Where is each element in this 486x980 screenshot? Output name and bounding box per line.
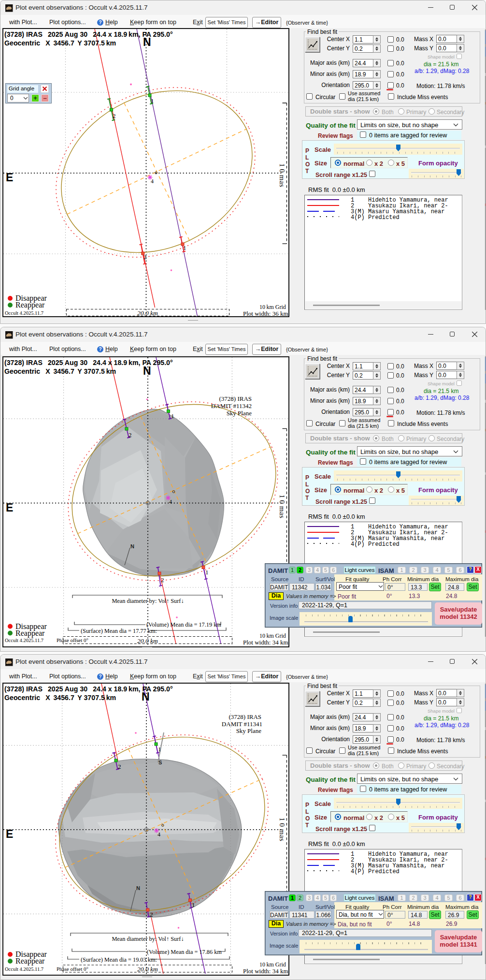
svg-text:(3728) IRAS 2025 Aug 30 24.4: (3728) IRAS 2025 Aug 30 24.4 x 18.9 km, …: [4, 685, 173, 693]
svg-text:4: 4: [157, 831, 160, 838]
svg-text:2: 2: [118, 763, 121, 770]
svg-text:Sky Plane: Sky Plane: [227, 410, 252, 417]
svg-text:20.0 km: 20.0 km: [137, 637, 158, 644]
svg-text:S: S: [158, 760, 162, 765]
svg-text:(Surface) Mean dia = 17.77 km:: (Surface) Mean dia = 17.77 km:: [81, 628, 157, 634]
svg-text:Plot width: 36 km: Plot width: 36 km: [243, 310, 288, 317]
svg-text:Occult 4.2025.11.7: Occult 4.2025.11.7: [5, 966, 43, 972]
svg-text:1: 1: [158, 746, 161, 753]
svg-text:Plot width: 34 km: Plot width: 34 km: [243, 967, 288, 975]
svg-text:1 0 mas: 1 0 mas: [278, 163, 286, 187]
svg-text:Geocentric X 3456.7 Y 3707.: Geocentric X 3456.7 Y 3707.5 km: [4, 39, 116, 47]
svg-text:20.0 km: 20.0 km: [137, 309, 158, 317]
svg-text:Sky Plane: Sky Plane: [236, 727, 262, 734]
svg-text:1 0 mas: 1 0 mas: [278, 495, 286, 518]
svg-text:Reappear: Reappear: [15, 301, 45, 309]
svg-text:(Surface) Mean dia = 19.03 km:: (Surface) Mean dia = 19.03 km:: [81, 956, 157, 963]
svg-text:1: 1: [171, 412, 174, 420]
svg-text:(3728) IRAS: (3728) IRAS: [229, 713, 261, 720]
svg-text:DAMIT #11341: DAMIT #11341: [222, 720, 262, 728]
svg-text:1: 1: [192, 901, 195, 908]
svg-text:(3728) IRAS 2025 Aug 30 24.4: (3728) IRAS 2025 Aug 30 24.4 x 18.9 km, …: [4, 359, 173, 366]
svg-text:2: 2: [129, 431, 132, 439]
svg-text:4: 4: [169, 498, 172, 505]
svg-text:10 km Grid: 10 km Grid: [259, 632, 286, 639]
svg-text:4(P) Predicted: 4(P) Predicted: [351, 868, 400, 875]
svg-text:Geocentric X 3456.7 Y 3707.: Geocentric X 3456.7 Y 3707.5 km: [4, 367, 116, 375]
svg-text:Mean diameter by: Vol↑ Surf↓: Mean diameter by: Vol↑ Surf↓: [112, 936, 184, 942]
svg-text:1: 1: [205, 569, 209, 576]
svg-text:DAMIT #11342: DAMIT #11342: [211, 402, 252, 410]
svg-text:(Volume) Mean dia = 17.19 km: (Volume) Mean dia = 17.19 km: [146, 621, 221, 628]
svg-text:1: 1: [151, 97, 154, 104]
svg-text:Phase offset 0°: Phase offset 0°: [57, 966, 88, 972]
svg-text:Occult 4.2025.11.7: Occult 4.2025.11.7: [5, 310, 43, 316]
svg-text:Phase offset 0°: Phase offset 0°: [57, 637, 88, 643]
svg-text:(Volume) Mean dia = 17.86 km: (Volume) Mean dia = 17.86 km: [147, 949, 222, 955]
svg-text:2: 2: [143, 253, 147, 261]
svg-text:1: 1: [183, 244, 186, 251]
svg-text:2: 2: [113, 112, 116, 119]
svg-text:10 km Grid: 10 km Grid: [259, 961, 286, 968]
svg-text:Mean diameter by: Vol↑ Surf↓: Mean diameter by: Vol↑ Surf↓: [112, 598, 184, 604]
svg-text:N: N: [136, 885, 140, 891]
svg-text:4(P) Predicted: 4(P) Predicted: [351, 214, 400, 221]
svg-text:E: E: [6, 828, 13, 840]
svg-text:N: N: [130, 543, 134, 549]
svg-text:20.0 km: 20.0 km: [137, 965, 158, 973]
svg-text:(3728) IRAS: (3728) IRAS: [219, 395, 252, 402]
svg-text:4: 4: [151, 178, 154, 185]
svg-text:1 0 mas: 1 0 mas: [278, 818, 286, 841]
svg-text:Plot width: 34 km: Plot width: 34 km: [243, 639, 288, 646]
svg-text:Reappear: Reappear: [15, 957, 45, 965]
svg-text:2: 2: [150, 911, 153, 918]
svg-text:Reappear: Reappear: [15, 629, 45, 638]
svg-text:Occult 4.2025.11.7: Occult 4.2025.11.7: [5, 638, 43, 643]
svg-text:(3728) IRAS 2025 Aug 30 24.4: (3728) IRAS 2025 Aug 30 24.4 x 18.9 km, …: [4, 30, 173, 38]
svg-text:E: E: [6, 501, 13, 514]
svg-text:E: E: [6, 171, 13, 184]
svg-text:2: 2: [161, 576, 164, 584]
svg-text:Geocentric X 3456.7 Y 3707.: Geocentric X 3456.7 Y 3707.5 km: [4, 694, 116, 702]
svg-text:4(P) Predicted: 4(P) Predicted: [351, 541, 400, 548]
